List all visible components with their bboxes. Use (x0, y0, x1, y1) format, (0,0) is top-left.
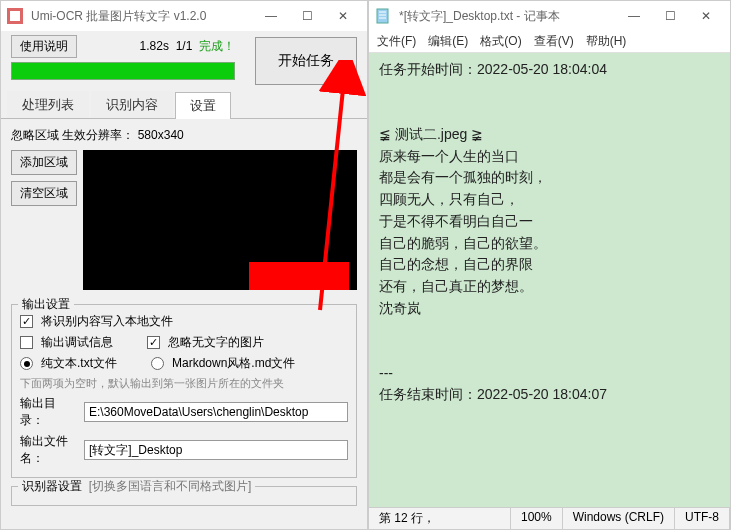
settings-panel: 忽略区域 生效分辨率： 580x340 添加区域 清空区域 输出设置 将识别内容… (1, 119, 367, 529)
clear-area-button[interactable]: 清空区域 (11, 181, 77, 206)
ignore-resolution: 580x340 (138, 128, 184, 142)
window-title: Umi-OCR 批量图片转文字 v1.2.0 (27, 8, 253, 25)
elapsed-time: 1.82s (140, 39, 169, 53)
label-ignore-empty: 忽略无文字的图片 (168, 334, 264, 351)
checkbox-write-local[interactable] (20, 315, 33, 328)
label-debug: 输出调试信息 (41, 334, 113, 351)
checkbox-ignore-empty[interactable] (147, 336, 160, 349)
notepad-title: *[转文字]_Desktop.txt - 记事本 (395, 8, 616, 25)
tabs: 处理列表 识别内容 设置 (1, 91, 367, 119)
np-maximize-button[interactable]: ☐ (652, 4, 688, 28)
label-write-local: 将识别内容写入本地文件 (41, 313, 173, 330)
label-output-name: 输出文件名： (20, 433, 76, 467)
recognizer-note: [切换多国语言和不同格式图片] (89, 479, 252, 493)
umi-ocr-window: Umi-OCR 批量图片转文字 v1.2.0 — ☐ ✕ 使用说明 1.82s … (0, 0, 368, 530)
label-markdown: Markdown风格.md文件 (172, 355, 295, 372)
status-eol: Windows (CRLF) (563, 508, 675, 529)
notepad-textarea[interactable]: 任务开始时间：2022-05-20 18:04:04 ≨ 测试二.jpeg ≩ … (369, 53, 730, 507)
tab-settings[interactable]: 设置 (175, 92, 231, 119)
menu-edit[interactable]: 编辑(E) (428, 33, 468, 50)
svg-rect-2 (377, 9, 388, 23)
usage-button[interactable]: 使用说明 (11, 35, 77, 58)
radio-plain-txt[interactable] (20, 357, 33, 370)
notepad-icon (375, 8, 391, 24)
menu-help[interactable]: 帮助(H) (586, 33, 627, 50)
notepad-window: *[转文字]_Desktop.txt - 记事本 — ☐ ✕ 文件(F) 编辑(… (368, 0, 731, 530)
tab-queue[interactable]: 处理列表 (7, 91, 89, 118)
np-minimize-button[interactable]: — (616, 4, 652, 28)
minimize-button[interactable]: — (253, 4, 289, 28)
status-position: 第 12 行， (369, 508, 511, 529)
ignore-preview[interactable] (83, 150, 357, 290)
recognizer-legend-text: 识别器设置 (22, 479, 82, 493)
maximize-button[interactable]: ☐ (289, 4, 325, 28)
ignore-region-rect (249, 262, 349, 290)
np-close-button[interactable]: ✕ (688, 4, 724, 28)
add-area-button[interactable]: 添加区域 (11, 150, 77, 175)
titlebar-right: *[转文字]_Desktop.txt - 记事本 — ☐ ✕ (369, 1, 730, 31)
radio-markdown[interactable] (151, 357, 164, 370)
notepad-statusbar: 第 12 行， 100% Windows (CRLF) UTF-8 (369, 507, 730, 529)
ignore-area-label: 忽略区域 生效分辨率： (11, 128, 134, 142)
input-output-dir[interactable] (84, 402, 348, 422)
output-hint: 下面两项为空时，默认输出到第一张图片所在的文件夹 (20, 374, 348, 393)
checkbox-debug[interactable] (20, 336, 33, 349)
output-legend: 输出设置 (18, 296, 74, 313)
label-output-dir: 输出目录： (20, 395, 76, 429)
app-icon (7, 8, 23, 24)
input-output-name[interactable] (84, 440, 348, 460)
close-button[interactable]: ✕ (325, 4, 361, 28)
done-label: 完成！ (199, 39, 235, 53)
titlebar-left: Umi-OCR 批量图片转文字 v1.2.0 — ☐ ✕ (1, 1, 367, 31)
status-zoom: 100% (511, 508, 563, 529)
menu-view[interactable]: 查看(V) (534, 33, 574, 50)
recognizer-legend: 识别器设置 [切换多国语言和不同格式图片] (18, 478, 255, 495)
tab-content[interactable]: 识别内容 (91, 91, 173, 118)
status-text: 1.82s 1/1 完成！ (140, 38, 235, 55)
start-task-button[interactable]: 开始任务 (255, 37, 357, 85)
progress-count: 1/1 (176, 39, 193, 53)
label-plain-txt: 纯文本.txt文件 (41, 355, 117, 372)
menu-format[interactable]: 格式(O) (480, 33, 521, 50)
status-encoding: UTF-8 (675, 508, 730, 529)
notepad-menubar: 文件(F) 编辑(E) 格式(O) 查看(V) 帮助(H) (369, 31, 730, 53)
svg-rect-1 (10, 11, 20, 21)
progress-bar (11, 62, 235, 80)
menu-file[interactable]: 文件(F) (377, 33, 416, 50)
